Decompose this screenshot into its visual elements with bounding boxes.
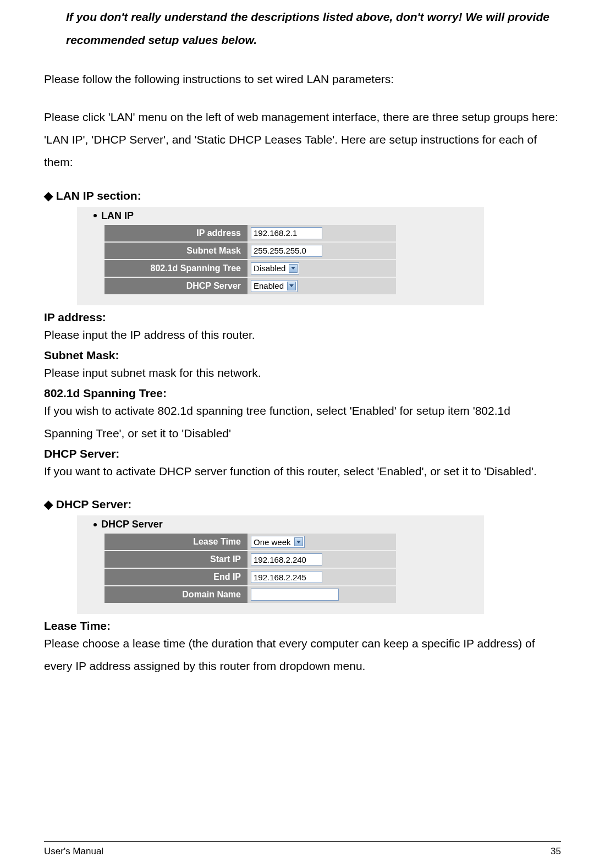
table-row: Start IP bbox=[105, 551, 396, 568]
ip-address-input[interactable] bbox=[251, 227, 322, 239]
spanning-tree-value: Disabled bbox=[254, 263, 289, 273]
end-ip-input[interactable] bbox=[251, 571, 322, 583]
spanning-tree-desc: If you wish to activate 802.1d spanning … bbox=[44, 400, 561, 445]
lan-ip-heading: ◆ LAN IP section: bbox=[44, 189, 561, 202]
dhcp-server-screenshot: DHCP Server Lease Time One week Start IP bbox=[77, 515, 484, 614]
page-number: 35 bbox=[551, 846, 561, 857]
lease-time-value: One week bbox=[254, 537, 294, 547]
domain-name-cell bbox=[248, 586, 396, 603]
subnet-mask-label: Subnet Mask bbox=[105, 243, 248, 259]
bullet-icon bbox=[94, 214, 97, 217]
dropdown-button bbox=[294, 537, 303, 546]
domain-name-input[interactable] bbox=[251, 589, 339, 601]
lan-ip-ss-title: LAN IP bbox=[101, 210, 134, 222]
domain-name-label: Domain Name bbox=[105, 586, 248, 603]
table-row: IP address bbox=[105, 225, 396, 241]
footer-rule bbox=[44, 841, 561, 842]
subnet-mask-desc: Please input subnet mask for this networ… bbox=[44, 362, 561, 384]
intro-p2: Please click 'LAN' menu on the left of w… bbox=[44, 106, 561, 174]
start-ip-label: Start IP bbox=[105, 551, 248, 568]
table-row: End IP bbox=[105, 569, 396, 585]
chevron-down-icon bbox=[291, 267, 295, 270]
dhcp-server-select[interactable]: Enabled bbox=[251, 280, 298, 292]
end-ip-cell bbox=[248, 569, 396, 585]
intro-p1: Please follow the following instructions… bbox=[44, 68, 561, 91]
dhcp-ss-title: DHCP Server bbox=[101, 519, 163, 530]
chevron-down-icon bbox=[296, 541, 301, 543]
dhcp-server-cell: Enabled bbox=[248, 278, 396, 294]
lan-ip-screenshot: LAN IP IP address Subnet Mask 802.1d Spa… bbox=[77, 207, 484, 305]
dropdown-button bbox=[287, 282, 296, 290]
lease-time-desc: Please choose a lease time (the duration… bbox=[44, 633, 561, 678]
dropdown-button bbox=[289, 264, 298, 273]
ip-address-cell bbox=[248, 225, 396, 241]
subnet-mask-input[interactable] bbox=[251, 245, 322, 257]
intro-note: If you don't really understand the descr… bbox=[44, 6, 561, 52]
ip-address-desc: Please input the IP address of this rout… bbox=[44, 324, 561, 347]
spanning-tree-select[interactable]: Disabled bbox=[251, 262, 299, 274]
lease-time-select[interactable]: One week bbox=[251, 536, 305, 548]
bullet-icon bbox=[94, 523, 97, 526]
table-row: Domain Name bbox=[105, 586, 396, 603]
lease-time-cell: One week bbox=[248, 534, 396, 550]
page-footer: User's Manual 35 bbox=[44, 841, 561, 857]
lan-ip-table: IP address Subnet Mask 802.1d Spanning T… bbox=[105, 224, 396, 295]
end-ip-label: End IP bbox=[105, 569, 248, 585]
lan-ip-heading-text: LAN IP section: bbox=[56, 189, 141, 202]
dhcp-table: Lease Time One week Start IP End IP bbox=[105, 532, 396, 604]
chevron-down-icon bbox=[289, 284, 294, 287]
table-row: DHCP Server Enabled bbox=[105, 278, 396, 294]
spanning-tree-cell: Disabled bbox=[248, 260, 396, 277]
table-row: Lease Time One week bbox=[105, 534, 396, 550]
dhcp-server-label: DHCP Server bbox=[105, 278, 248, 294]
spanning-tree-label: 802.1d Spanning Tree bbox=[105, 260, 248, 277]
subnet-mask-desc-heading: Subnet Mask: bbox=[44, 349, 561, 362]
lease-time-label: Lease Time bbox=[105, 534, 248, 550]
lease-time-desc-heading: Lease Time: bbox=[44, 619, 561, 633]
dhcp-server-desc-heading: DHCP Server: bbox=[44, 447, 561, 460]
dhcp-heading-text: DHCP Server: bbox=[56, 498, 131, 510]
subnet-mask-cell bbox=[248, 243, 396, 259]
ip-address-label: IP address bbox=[105, 225, 248, 241]
dhcp-server-desc: If you want to activate DHCP server func… bbox=[44, 460, 561, 483]
diamond-icon: ◆ bbox=[44, 498, 56, 510]
ip-address-desc-heading: IP address: bbox=[44, 311, 561, 324]
diamond-icon: ◆ bbox=[44, 189, 56, 202]
dhcp-heading: ◆ DHCP Server: bbox=[44, 498, 561, 511]
table-row: Subnet Mask bbox=[105, 243, 396, 259]
footer-left: User's Manual bbox=[44, 846, 103, 857]
spanning-tree-desc-heading: 802.1d Spanning Tree: bbox=[44, 387, 561, 400]
dhcp-server-value: Enabled bbox=[254, 281, 287, 290]
start-ip-input[interactable] bbox=[251, 553, 322, 565]
table-row: 802.1d Spanning Tree Disabled bbox=[105, 260, 396, 277]
start-ip-cell bbox=[248, 551, 396, 568]
